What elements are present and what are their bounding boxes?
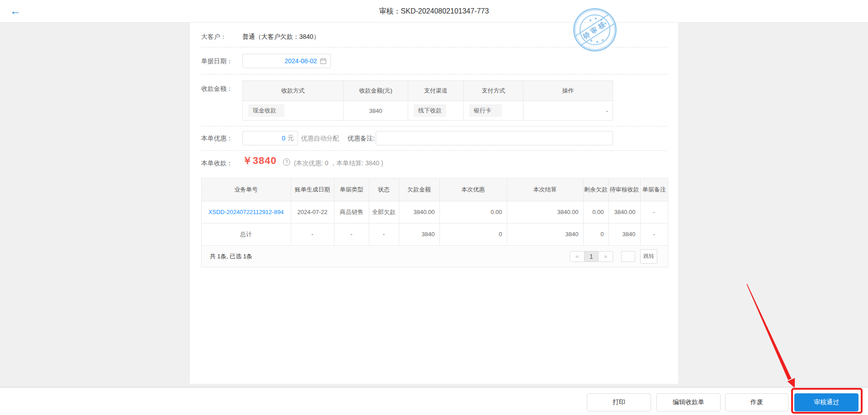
current-page[interactable]: 1 bbox=[584, 252, 599, 261]
divider bbox=[201, 126, 667, 126]
col-header: 状态 bbox=[369, 178, 399, 201]
discount-input[interactable]: 0 元 bbox=[242, 131, 298, 145]
print-button[interactable]: 打印 bbox=[587, 393, 651, 411]
discount-label: 本单优惠： bbox=[201, 135, 233, 143]
col-header: 支付方式 bbox=[464, 81, 524, 101]
page-title: 审核：SKD-20240802101347-773 bbox=[0, 0, 868, 23]
cell: 3840 bbox=[609, 223, 640, 245]
cell-settle: 3840.00 bbox=[507, 201, 583, 223]
payment-table-row: 现金收款 3840 线下收款 银行卡 - bbox=[243, 101, 613, 121]
col-header: 待审核收款 bbox=[609, 178, 640, 201]
cell: 3840 bbox=[399, 223, 439, 245]
payment-method-field: 现金收款 bbox=[248, 104, 284, 117]
cell: 3840 bbox=[507, 223, 583, 245]
prev-page-button[interactable]: « bbox=[570, 252, 584, 261]
discount-value: 0 bbox=[282, 135, 285, 142]
action-bar: 打印 编辑收款单 作废 审核通过 bbox=[0, 387, 868, 415]
calendar-icon bbox=[320, 58, 326, 64]
pagination-group: « 1 » bbox=[570, 251, 613, 262]
col-header: 账单生成日期 bbox=[291, 178, 334, 201]
cell-remaining: 0.00 bbox=[583, 201, 609, 223]
cell: - bbox=[334, 223, 369, 245]
void-button[interactable]: 作废 bbox=[725, 393, 788, 411]
col-header: 单据备注 bbox=[640, 178, 668, 201]
cell-discount: 0.00 bbox=[439, 201, 507, 223]
cell-total-label: 总计 bbox=[202, 223, 291, 245]
col-header: 本次优惠 bbox=[439, 178, 507, 201]
selection-summary: 共 1条, 已选 1条 bbox=[210, 252, 252, 261]
payment-method-table: 收款方式 收款金额(元) 支付渠道 支付方式 操作 现金收款 3840 线下收款… bbox=[242, 80, 613, 121]
cell: - bbox=[640, 223, 668, 245]
receipt-detail: (本次优惠: 0 ，本单结算: 3840 ) bbox=[294, 159, 383, 168]
payment-amount-value: 3840 bbox=[344, 101, 408, 121]
col-header: 单据类型 bbox=[334, 178, 369, 201]
discount-remark-label: 优惠备注: bbox=[348, 135, 375, 143]
customer-label: 大客户： bbox=[201, 33, 226, 41]
discount-remark-input[interactable] bbox=[376, 131, 613, 145]
cell-status: 全部欠款 bbox=[369, 201, 399, 223]
col-header: 本次结算 bbox=[507, 178, 583, 201]
col-header: 收款金额(元) bbox=[344, 81, 408, 101]
table-total-row: 总计 - - - 3840 0 3840 0 3840 - bbox=[202, 223, 668, 245]
receipt-label: 本单收款： bbox=[201, 159, 233, 168]
orders-header-row: 业务单号 账单生成日期 单据类型 状态 欠款金额 本次优惠 本次结算 剩余欠款 … bbox=[202, 178, 668, 201]
col-header: 业务单号 bbox=[202, 178, 291, 201]
customer-value: 普通（大客户欠款：3840） bbox=[242, 33, 320, 41]
divider bbox=[201, 47, 667, 47]
pagination: « 1 » 跳转 bbox=[570, 249, 657, 264]
divider bbox=[201, 150, 667, 151]
discount-unit: 元 bbox=[288, 134, 294, 142]
payment-amount-label: 收款金额： bbox=[201, 85, 233, 93]
next-page-button[interactable]: » bbox=[599, 252, 613, 261]
payment-type-field: 银行卡 bbox=[469, 104, 502, 117]
col-header: 支付渠道 bbox=[408, 81, 464, 101]
doc-date-value: 2024-08-02 bbox=[284, 57, 317, 65]
cell-doc-type: 商品销售 bbox=[334, 201, 369, 223]
table-footer: 共 1条, 已选 1条 « 1 » 跳转 bbox=[202, 245, 668, 267]
cell: - bbox=[369, 223, 399, 245]
cell-pending: 3840.00 bbox=[609, 201, 640, 223]
cell: 0 bbox=[583, 223, 609, 245]
document-panel: 大客户： 普通（大客户欠款：3840） 单据日期： 2024-08-02 收款金… bbox=[190, 23, 678, 384]
cell-debt: 3840.00 bbox=[399, 201, 439, 223]
cell-bill-date: 2024-07-22 bbox=[291, 201, 334, 223]
payment-table-header-row: 收款方式 收款金额(元) 支付渠道 支付方式 操作 bbox=[243, 81, 613, 101]
payment-channel-field: 线下收款 bbox=[414, 104, 446, 117]
edit-receipt-button[interactable]: 编辑收款单 bbox=[656, 393, 721, 411]
table-row: XSDD-20240722112912-894 2024-07-22 商品销售 … bbox=[202, 201, 668, 223]
col-header: 剩余欠款 bbox=[583, 178, 609, 201]
receipt-amount: ￥3840 bbox=[242, 154, 277, 168]
page-jump-button[interactable]: 跳转 bbox=[640, 249, 657, 264]
order-number-link[interactable]: XSDD-20240722112912-894 bbox=[208, 209, 284, 215]
col-header: 收款方式 bbox=[243, 81, 344, 101]
doc-date-input[interactable]: 2024-08-02 bbox=[242, 54, 331, 68]
cell: 0 bbox=[439, 223, 507, 245]
payment-operation-cell: - bbox=[524, 101, 613, 121]
discount-auto-note: 优惠自动分配 bbox=[301, 135, 339, 143]
cell-remark: - bbox=[640, 201, 668, 223]
orders-table: 业务单号 账单生成日期 单据类型 状态 欠款金额 本次优惠 本次结算 剩余欠款 … bbox=[201, 178, 668, 267]
header-bar: ← 审核：SKD-20240802101347-773 bbox=[0, 0, 868, 23]
cell: - bbox=[291, 223, 334, 245]
col-header: 操作 bbox=[524, 81, 613, 101]
col-header: 欠款金额 bbox=[399, 178, 439, 201]
divider bbox=[201, 74, 667, 75]
doc-date-label: 单据日期： bbox=[201, 57, 233, 65]
approve-button[interactable]: 审核通过 bbox=[794, 393, 859, 411]
question-circle-icon[interactable]: ? bbox=[283, 159, 290, 166]
page-jump-input[interactable] bbox=[621, 251, 635, 262]
